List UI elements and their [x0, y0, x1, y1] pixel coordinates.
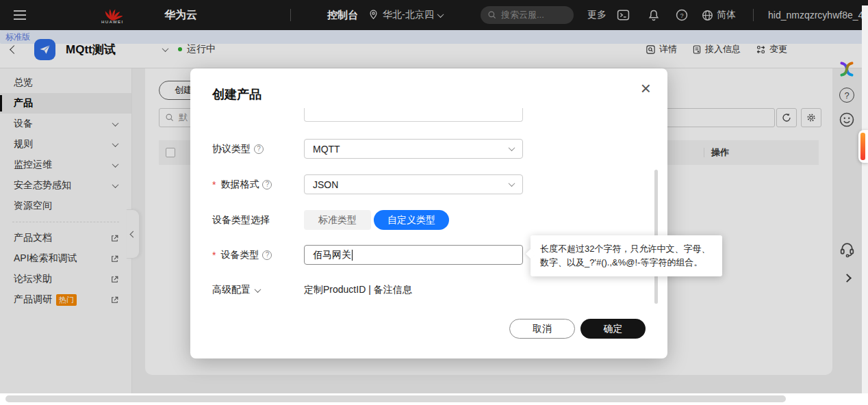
standard-type-button[interactable]: 标准类型	[304, 210, 371, 230]
required-asterisk: *	[212, 179, 216, 190]
horizontal-scrollbar-track	[0, 393, 868, 405]
device-type-select-label: 设备类型选择	[212, 210, 270, 230]
help-icon[interactable]: ?	[254, 144, 264, 154]
edge-floating-widget[interactable]	[858, 130, 868, 163]
scrolled-input-remnant[interactable]	[304, 108, 523, 122]
tooltip-text: 长度不超过32个字符，只允许中文、字母、数字、以及_?'#().,&%@!-等字…	[540, 244, 710, 267]
text-caret	[352, 250, 353, 261]
validation-tooltip: 长度不超过32个字符，只允许中文、字母、数字、以及_?'#().,&%@!-等字…	[531, 235, 722, 276]
chevron-down-icon	[509, 144, 515, 151]
data-format-label: * 数据格式 ?	[212, 174, 272, 194]
cancel-button[interactable]: 取消	[509, 319, 575, 339]
widget-color-bar	[860, 133, 865, 160]
dialog-title: 创建产品	[212, 86, 261, 103]
data-format-select[interactable]: JSON	[304, 174, 523, 194]
chevron-down-icon	[509, 180, 515, 187]
protocol-type-label: 协议类型 ?	[212, 139, 264, 159]
confirm-button[interactable]: 确定	[580, 319, 646, 339]
device-type-input[interactable]: 佰马网关	[304, 245, 523, 265]
device-type-label: * 设备类型 ?	[212, 245, 272, 265]
advanced-config-summary: 定制ProductID | 备注信息	[304, 284, 412, 296]
help-icon[interactable]: ?	[262, 180, 272, 190]
custom-type-button[interactable]: 自定义类型	[374, 210, 449, 230]
required-asterisk: *	[212, 250, 216, 261]
close-icon[interactable]: ×	[641, 79, 651, 97]
help-icon[interactable]: ?	[262, 250, 272, 260]
horizontal-scrollbar-thumb[interactable]	[5, 395, 786, 402]
create-product-dialog: 创建产品 × 协议类型 ? MQTT * 数据格式 ? JSON 设备类型选择 …	[190, 68, 667, 358]
vertical-scrollbar-track[interactable]	[862, 5, 868, 393]
advanced-config-toggle[interactable]: 高级配置	[212, 284, 260, 296]
chevron-down-icon	[255, 286, 261, 293]
protocol-type-select[interactable]: MQTT	[304, 139, 523, 159]
huawei-cloud-console: HUAWEI 华为云 控制台 华北-北京四 搜索云服... 更多 ?	[0, 0, 868, 405]
